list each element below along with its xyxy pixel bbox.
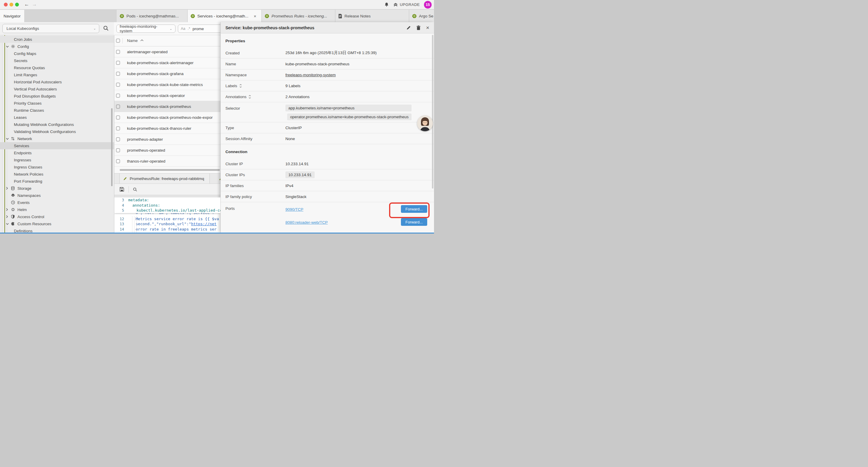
tab-prometheus-rules[interactable]: Prometheus Rules - icecheng... (262, 10, 335, 22)
sidebar-item-vertical-pod-autoscalers[interactable]: Vertical Pod Autoscalers (0, 85, 114, 92)
sort-ascending-icon[interactable] (140, 39, 144, 41)
bell-icon[interactable] (384, 2, 389, 7)
chevron-down-icon[interactable] (6, 46, 10, 48)
name-column-header[interactable]: Name (127, 38, 138, 43)
row-checkbox[interactable] (116, 94, 120, 97)
sidebar-item-config[interactable]: Config (0, 43, 114, 50)
table-row[interactable]: kube-prometheus-stack-grafana (114, 68, 220, 79)
kubeconfig-select[interactable]: Local Kubeconfigs ⌄ (2, 24, 99, 33)
sidebar-item-validating-webhook-configurations[interactable]: Validating Webhook Configurations (0, 128, 114, 135)
minimize-window-button[interactable] (9, 3, 13, 6)
sidebar-item-runtime-classes[interactable]: Runtime Classes (0, 107, 114, 114)
sidebar-item-cron-jobs[interactable]: Cron Jobs (0, 36, 114, 43)
row-checkbox[interactable] (116, 116, 120, 119)
dock-tab-prometheusrule[interactable]: PrometheusRule: freeleaps-prod-rabbitmq (119, 174, 210, 183)
table-row[interactable]: kube-prometheus-stack-prometheus-node-ex… (114, 112, 220, 123)
sidebar-item-secrets[interactable]: Secrets (0, 57, 114, 64)
sidebar-item-resource-quotas[interactable]: Resource Quotas (0, 64, 114, 71)
yaml-editor[interactable]: 3metadata: 4annotations: 5kubectl.kubern… (114, 198, 220, 233)
table-row[interactable]: thanos-ruler-operated (114, 156, 220, 167)
tab-argo[interactable]: Argo Se (409, 10, 434, 22)
sidebar-item-port-forwarding[interactable]: Port Forwarding (0, 178, 114, 185)
row-checkbox[interactable] (116, 138, 120, 141)
dock-tab-next[interactable] (215, 174, 220, 183)
close-icon[interactable]: × (426, 25, 429, 30)
sidebar-item-access-control[interactable]: Access Control (0, 213, 114, 220)
chevron-down-icon[interactable] (6, 138, 10, 140)
forward-button-8080[interactable]: Forward... (401, 218, 427, 226)
sidebar-item-storage[interactable]: Storage (0, 185, 114, 192)
drawer-scrollbar[interactable] (432, 35, 433, 188)
port-link-9090[interactable]: 9090/TCP (285, 207, 303, 212)
sidebar-item-network[interactable]: Network (0, 135, 114, 142)
sort-toggle-icon[interactable] (239, 84, 242, 88)
table-row-selected[interactable]: kube-prometheus-stack-prometheus (114, 101, 220, 112)
maximize-window-button[interactable] (15, 3, 19, 6)
namespace-link[interactable]: freeleaps-monitoring-system (285, 73, 336, 77)
select-all-checkbox[interactable] (116, 39, 120, 42)
code-link[interactable]: https://net (191, 222, 217, 226)
tab-pods[interactable]: Pods - icecheng@mathmas... (117, 10, 188, 22)
sidebar-item-services[interactable]: Services (0, 142, 114, 149)
table-search-input[interactable]: Aa .* prome (178, 25, 222, 33)
row-checkbox[interactable] (116, 61, 120, 65)
port-link-8080[interactable]: 8080:reloader-web/TCP (285, 220, 328, 225)
row-checkbox[interactable] (116, 126, 120, 130)
namespace-filter-select[interactable]: freeleaps-monitoring-system ⌄ (116, 25, 176, 33)
back-arrow-icon[interactable]: ← (24, 1, 29, 8)
row-checkbox[interactable] (116, 148, 120, 152)
chevron-right-icon[interactable] (6, 215, 10, 218)
sidebar-item-config-maps[interactable]: Config Maps (0, 50, 114, 57)
tab-services[interactable]: Services - icecheng@math... × (188, 10, 262, 22)
horizontal-scrollbar[interactable] (120, 169, 220, 171)
user-avatar[interactable] (417, 116, 433, 131)
sidebar-item-horizontal-pod-autoscalers[interactable]: Horizontal Pod Autoscalers (0, 78, 114, 85)
table-row[interactable]: kube-prometheus-stack-kube-state-metrics (114, 79, 220, 90)
row-checkbox[interactable] (116, 83, 120, 87)
sidebar-item-pod-disruption-budgets[interactable]: Pod Disruption Budgets (0, 92, 114, 99)
row-checkbox[interactable] (116, 105, 120, 109)
sidebar-item-network-policies[interactable]: Network Policies (0, 171, 114, 178)
sidebar-item-endpoints[interactable]: Endpoints (0, 149, 114, 156)
table-row[interactable]: kube-prometheus-stack-thanos-ruler (114, 123, 220, 134)
sidebar-item-events[interactable]: Events (0, 199, 114, 206)
table-row[interactable]: alertmanager-operated (114, 47, 220, 57)
sidebar-item-ingresses[interactable]: Ingresses (0, 156, 114, 164)
chevron-down-icon[interactable] (6, 223, 10, 225)
sort-toggle-icon[interactable] (248, 95, 251, 99)
search-icon[interactable] (103, 25, 109, 31)
sidebar-item-priority-classes[interactable]: Priority Classes (0, 99, 114, 107)
row-checkbox[interactable] (116, 72, 120, 76)
sidebar-item-leases[interactable]: Leases (0, 114, 114, 121)
upgrade-button[interactable]: UPGRADE (393, 2, 420, 7)
sidebar-item-limit-ranges[interactable]: Limit Ranges (0, 71, 114, 78)
notifications-badge[interactable]: 15 (424, 1, 432, 8)
row-checkbox[interactable] (116, 50, 120, 54)
navigator-tab[interactable]: Navigator (0, 10, 24, 22)
row-checkbox[interactable] (116, 159, 120, 163)
table-row[interactable]: prometheus-adapter (114, 134, 220, 145)
table-row[interactable]: prometheus-operated (114, 145, 220, 156)
sidebar-scrollbar[interactable] (111, 108, 113, 186)
sidebar-item-helm[interactable]: Helm (0, 206, 114, 213)
save-icon[interactable] (119, 187, 124, 192)
table-row[interactable]: kube-prometheus-stack-operator (114, 90, 220, 101)
sidebar-item-namespaces[interactable]: Namespaces (0, 192, 114, 199)
tab-release-notes[interactable]: Release Notes (335, 10, 409, 22)
close-window-button[interactable] (4, 3, 8, 6)
trash-icon[interactable] (416, 25, 421, 30)
match-case-icon[interactable]: Aa (181, 27, 185, 31)
chevron-right-icon[interactable] (6, 187, 10, 190)
table-row[interactable]: kube-prometheus-stack-alertmanager (114, 57, 220, 68)
sidebar-item-ingress-classes[interactable]: Ingress Classes (0, 164, 114, 171)
forward-arrow-icon[interactable]: → (32, 1, 37, 8)
close-tab-icon[interactable]: × (254, 14, 256, 18)
sidebar-item-definitions[interactable]: Definitions (0, 227, 114, 233)
chevron-right-icon[interactable] (6, 208, 10, 211)
editor-scroll-strip[interactable] (114, 195, 220, 198)
edit-pencil-icon[interactable] (406, 25, 411, 30)
sidebar-item-custom-resources[interactable]: Custom Resources (0, 220, 114, 227)
search-icon[interactable] (133, 187, 137, 192)
regex-icon[interactable]: .* (188, 27, 190, 31)
sidebar-item-mutating-webhook-configurations[interactable]: Mutating Webhook Configurations (0, 121, 114, 128)
